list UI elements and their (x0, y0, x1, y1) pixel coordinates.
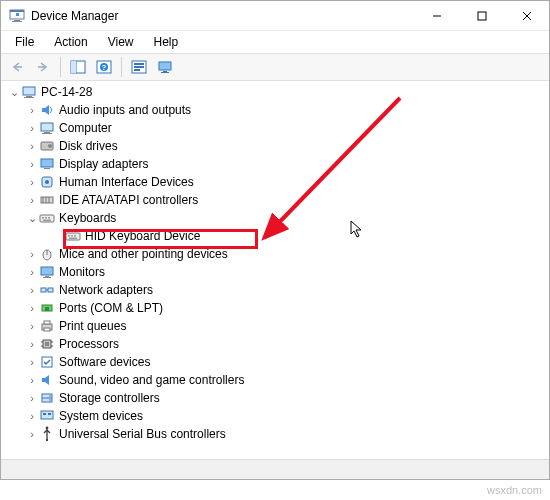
chevron-down-icon[interactable]: ⌄ (25, 212, 39, 225)
tree-category-node[interactable]: ›Display adapters (3, 155, 549, 173)
chevron-right-icon[interactable]: › (25, 248, 39, 260)
svg-rect-69 (42, 357, 52, 367)
svg-rect-2 (14, 20, 20, 21)
svg-rect-75 (43, 413, 46, 415)
svg-rect-13 (71, 61, 76, 73)
audio-icon (39, 102, 55, 118)
minimize-button[interactable] (414, 1, 459, 30)
keyboard-icon (39, 210, 55, 226)
close-button[interactable] (504, 1, 549, 30)
tree-category-label: Human Interface Devices (59, 175, 194, 189)
tree-category-node[interactable]: ›Sound, video and game controllers (3, 371, 549, 389)
sound-icon (39, 372, 55, 388)
toolbar-forward-button[interactable] (31, 56, 55, 78)
system-icon (39, 408, 55, 424)
toolbar-panel-button[interactable] (66, 56, 90, 78)
tree-category-label: Mice and other pointing devices (59, 247, 228, 261)
printer-icon (39, 318, 55, 334)
svg-rect-74 (41, 411, 53, 419)
tree-category-node[interactable]: ›Universal Serial Bus controllers (3, 425, 549, 443)
chevron-right-icon[interactable]: › (25, 176, 39, 188)
chevron-right-icon[interactable]: › (25, 410, 39, 422)
svg-rect-18 (134, 63, 144, 65)
app-icon (9, 8, 25, 24)
tree-category-node[interactable]: ›Software devices (3, 353, 549, 371)
svg-rect-49 (69, 238, 77, 240)
svg-rect-29 (42, 133, 52, 134)
toolbar: ? (1, 53, 549, 81)
device-tree[interactable]: ⌄ PC-14-28 ›Audio inputs and outputs›Com… (1, 81, 549, 459)
toolbar-properties-button[interactable] (127, 56, 151, 78)
chevron-right-icon[interactable]: › (25, 428, 39, 440)
menu-view[interactable]: View (98, 33, 144, 51)
chevron-right-icon[interactable]: › (25, 302, 39, 314)
svg-rect-32 (41, 159, 53, 167)
toolbar-back-button[interactable] (5, 56, 29, 78)
svg-rect-52 (41, 267, 53, 275)
chevron-right-icon[interactable]: › (25, 140, 39, 152)
chevron-right-icon[interactable]: › (25, 356, 39, 368)
tree-category-node[interactable]: ›Disk drives (3, 137, 549, 155)
menu-file[interactable]: File (5, 33, 44, 51)
svg-rect-76 (48, 413, 51, 415)
chevron-right-icon[interactable]: › (25, 104, 39, 116)
chevron-right-icon[interactable]: › (25, 122, 39, 134)
chevron-right-icon[interactable]: › (25, 158, 39, 170)
tree-category-node[interactable]: ›Mice and other pointing devices (3, 245, 549, 263)
svg-rect-6 (478, 12, 486, 20)
tree-category-node[interactable]: ›Storage controllers (3, 389, 549, 407)
chevron-right-icon[interactable]: › (25, 320, 39, 332)
svg-text:?: ? (102, 64, 106, 71)
chevron-right-icon[interactable]: › (25, 194, 39, 206)
svg-rect-42 (45, 217, 47, 219)
svg-rect-64 (45, 342, 49, 346)
svg-rect-59 (45, 307, 49, 311)
chevron-right-icon[interactable]: › (25, 284, 39, 296)
tree-category-node[interactable]: ›Network adapters (3, 281, 549, 299)
menu-help[interactable]: Help (144, 33, 189, 51)
tree-category-node[interactable]: ›System devices (3, 407, 549, 425)
tree-category-node[interactable]: ›IDE ATA/ATAPI controllers (3, 191, 549, 209)
tree-category-node[interactable]: ›Ports (COM & LPT) (3, 299, 549, 317)
port-icon (39, 300, 55, 316)
computer-icon (39, 120, 55, 136)
tree-category-node[interactable]: ›Processors (3, 335, 549, 353)
tree-category-label: Processors (59, 337, 119, 351)
svg-point-35 (45, 180, 49, 184)
tree-category-label: Computer (59, 121, 112, 135)
tree-category-label: Audio inputs and outputs (59, 103, 191, 117)
maximize-button[interactable] (459, 1, 504, 30)
toolbar-monitor-button[interactable] (153, 56, 177, 78)
watermark-text: wsxdn.com (487, 484, 542, 496)
tree-category-node[interactable]: ›Print queues (3, 317, 549, 335)
tree-category-node[interactable]: ⌄Keyboards (3, 209, 549, 227)
tree-category-node[interactable]: ›Computer (3, 119, 549, 137)
chevron-down-icon[interactable]: ⌄ (7, 86, 21, 99)
svg-rect-1 (10, 10, 24, 12)
statusbar (1, 459, 549, 479)
tree-category-node[interactable]: ›Human Interface Devices (3, 173, 549, 191)
monitor-icon (39, 264, 55, 280)
titlebar: Device Manager (1, 1, 549, 31)
menu-action[interactable]: Action (44, 33, 97, 51)
chevron-right-icon[interactable]: › (25, 266, 39, 278)
chevron-right-icon[interactable]: › (25, 374, 39, 386)
svg-rect-21 (159, 62, 171, 70)
tree-category-node[interactable]: ›Audio inputs and outputs (3, 101, 549, 119)
tree-root-node[interactable]: ⌄ PC-14-28 (3, 83, 549, 101)
svg-rect-33 (44, 168, 50, 169)
chevron-right-icon[interactable]: › (25, 338, 39, 350)
svg-rect-24 (23, 87, 35, 95)
svg-point-31 (48, 144, 52, 148)
tree-device-node[interactable]: ›HID Keyboard Device (3, 227, 549, 245)
tree-category-label: IDE ATA/ATAPI controllers (59, 193, 198, 207)
tree-category-label: Ports (COM & LPT) (59, 301, 163, 315)
tree-category-node[interactable]: ›Monitors (3, 263, 549, 281)
tree-category-label: Storage controllers (59, 391, 160, 405)
tree-category-label: Network adapters (59, 283, 153, 297)
toolbar-help-button[interactable]: ? (92, 56, 116, 78)
ide-icon (39, 192, 55, 208)
chevron-right-icon[interactable]: › (25, 392, 39, 404)
svg-rect-26 (24, 97, 34, 98)
tree-category-label: Disk drives (59, 139, 118, 153)
